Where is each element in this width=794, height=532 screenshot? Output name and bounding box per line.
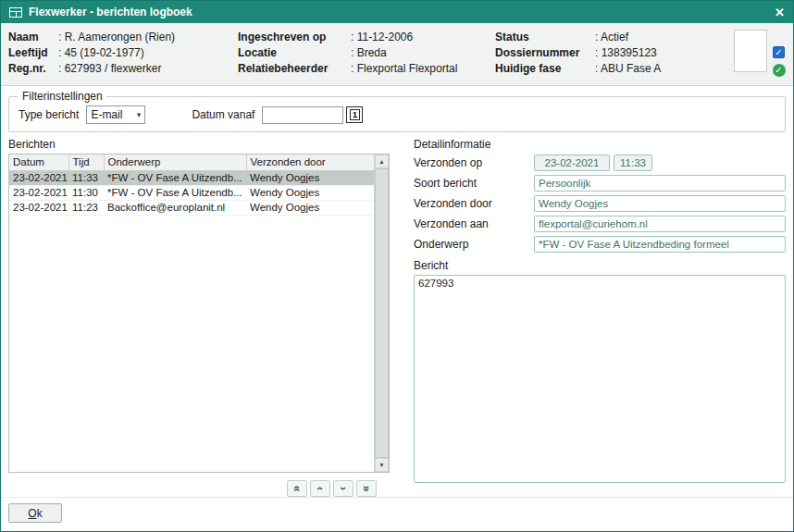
info-row-relatiebeheerder: Relatiebeheerder : Flexportal Flexportal xyxy=(238,61,495,77)
relatiebeheerder-value: : Flexportal Flexportal xyxy=(351,61,457,77)
cell-verzonden-door: Wendy Oogjes xyxy=(246,185,374,200)
chevron-down-icon: › xyxy=(338,487,349,490)
verzonden-op-time-field[interactable] xyxy=(614,155,652,171)
bericht-textarea[interactable]: 627993 xyxy=(414,275,786,483)
cell-datum: 23-02-2021 xyxy=(9,200,68,215)
ok-button[interactable]: Ok xyxy=(8,503,62,523)
filterinstellingen-legend: Filterinstellingen xyxy=(19,90,106,103)
detail-row-verzonden-op: Verzonden op xyxy=(414,154,786,171)
checked-checkbox-icon[interactable]: ✓ xyxy=(773,46,785,58)
dossiernummer-label: Dossiernummer xyxy=(495,45,595,61)
scroll-down-icon[interactable]: ▼ xyxy=(375,458,389,472)
type-bericht-select[interactable]: E-mail ▾ xyxy=(86,105,145,124)
last-record-button[interactable]: » xyxy=(356,480,377,497)
window-title: Flexwerker - berichten logboek xyxy=(29,6,192,19)
berichten-title: Berichten xyxy=(8,138,390,151)
cell-tijd: 11:30 xyxy=(68,185,104,200)
green-check-icon: ✓ xyxy=(773,64,786,77)
info-row-status: Status : Actief xyxy=(495,30,703,45)
ok-button-label: Ok xyxy=(19,507,52,520)
info-row-naam: Naam : R. Aamerongen (Rien) xyxy=(8,30,238,45)
verzonden-door-field[interactable] xyxy=(534,195,786,212)
detailinformatie-title: Detailinformatie xyxy=(414,138,786,151)
status-label: Status xyxy=(495,30,595,45)
first-record-button[interactable]: « xyxy=(287,480,307,497)
column-header-verzonden-door[interactable]: Verzonden door xyxy=(246,155,374,170)
soort-bericht-field[interactable] xyxy=(534,175,786,192)
vertical-scrollbar[interactable]: ▲ ▼ xyxy=(374,155,389,472)
status-icon-column: ✓ ✓ xyxy=(767,30,786,77)
naam-label: Naam xyxy=(8,30,58,45)
onderwerp-field[interactable] xyxy=(534,236,786,253)
detail-row-onderwerp: Onderwerp xyxy=(414,235,786,253)
info-row-regnr: Reg.nr. : 627993 / flexwerker xyxy=(8,61,238,77)
flexwerker-berichten-logboek-dialog: Flexwerker - berichten logboek ✕ Naam : … xyxy=(0,0,794,532)
cell-tijd: 11:23 xyxy=(68,200,104,215)
table-row[interactable]: 23-02-2021 11:30 *FW - OV Fase A Uitzend… xyxy=(9,185,374,200)
relatiebeheerder-label: Relatiebeheerder xyxy=(238,61,351,77)
table-row[interactable]: 23-02-2021 11:23 Backoffice@europlanit.n… xyxy=(9,200,374,215)
dossiernummer-value: : 138395123 xyxy=(595,45,657,61)
verzonden-op-date-field[interactable] xyxy=(534,155,610,171)
ingeschreven-value: : 11-12-2006 xyxy=(351,30,413,45)
column-header-onderwerp[interactable]: Onderwerp xyxy=(104,155,246,170)
bericht-label: Bericht xyxy=(414,259,786,272)
leeftijd-label: Leeftijd xyxy=(8,45,58,61)
record-navigation: « ‹ › » xyxy=(8,473,390,497)
berichten-table: Datum Tijd Onderwerp Verzonden door 23-0… xyxy=(8,154,390,473)
datum-vanaf-label: Datum vanaf xyxy=(192,108,254,121)
close-button[interactable]: ✕ xyxy=(775,6,785,19)
dialog-footer: Ok xyxy=(1,497,793,531)
cell-verzonden-door: Wendy Oogjes xyxy=(246,200,374,215)
scroll-up-icon[interactable]: ▲ xyxy=(375,155,389,168)
datum-vanaf-input[interactable] xyxy=(262,106,343,124)
cell-datum: 23-02-2021 xyxy=(9,170,68,185)
cell-onderwerp: *FW - OV Fase A Uitzendb... xyxy=(104,185,246,200)
info-row-leeftijd: Leeftijd : 45 (19-02-1977) xyxy=(8,45,238,61)
filterinstellingen-group: Filterinstellingen Type bericht E-mail ▾… xyxy=(8,90,786,132)
info-column-3: Status : Actief Dossiernummer : 13839512… xyxy=(495,30,703,77)
verzonden-aan-label: Verzonden aan xyxy=(414,217,534,230)
scrollbar-track[interactable] xyxy=(375,168,389,458)
locatie-value: : Breda xyxy=(351,45,387,61)
berichten-panel: Berichten Datum Tijd Onderwerp Verzonden… xyxy=(8,135,390,497)
detail-row-verzonden-aan: Verzonden aan xyxy=(414,215,786,232)
soort-bericht-label: Soort bericht xyxy=(414,177,534,190)
filter-row: Type bericht E-mail ▾ Datum vanaf 1 xyxy=(19,105,775,124)
regnr-value: : 627993 / flexwerker xyxy=(58,61,161,77)
detail-fields: Verzonden op Soort bericht Verzonden doo… xyxy=(414,154,786,253)
info-row-dossiernummer: Dossiernummer : 138395123 xyxy=(495,45,703,61)
table-row[interactable]: 23-02-2021 11:33 *FW - OV Fase A Uitzend… xyxy=(9,170,374,185)
chevron-down-icon: ▾ xyxy=(137,110,142,119)
type-bericht-selected-value: E-mail xyxy=(91,108,122,121)
verzonden-aan-field[interactable] xyxy=(534,216,786,232)
cell-onderwerp: *FW - OV Fase A Uitzendb... xyxy=(104,170,246,185)
huidige-fase-label: Huidige fase xyxy=(495,61,595,77)
ingeschreven-label: Ingeschreven op xyxy=(238,30,351,45)
calendar-button[interactable]: 1 xyxy=(346,106,363,123)
column-header-tijd[interactable]: Tijd xyxy=(68,155,104,170)
cell-verzonden-door: Wendy Oogjes xyxy=(246,170,374,185)
scrollbar-thumb[interactable] xyxy=(375,168,389,458)
column-header-datum[interactable]: Datum xyxy=(9,155,68,170)
double-chevron-down-icon: » xyxy=(361,486,372,492)
previous-record-button[interactable]: ‹ xyxy=(310,480,330,497)
next-record-button[interactable]: › xyxy=(333,480,354,497)
chevron-up-icon: ‹ xyxy=(315,487,326,490)
dialog-body: Filterinstellingen Type bericht E-mail ▾… xyxy=(1,86,793,497)
verzonden-op-label: Verzonden op xyxy=(414,156,534,169)
info-column-2: Ingeschreven op : 11-12-2006 Locatie : B… xyxy=(238,30,495,77)
window-icon xyxy=(9,7,22,18)
cell-datum: 23-02-2021 xyxy=(9,185,68,200)
main-area: Berichten Datum Tijd Onderwerp Verzonden… xyxy=(8,135,786,497)
info-row-ingeschreven: Ingeschreven op : 11-12-2006 xyxy=(238,30,495,45)
cell-tijd: 11:33 xyxy=(68,170,104,185)
huidige-fase-value: : ABU Fase A xyxy=(595,61,661,77)
leeftijd-value: : 45 (19-02-1977) xyxy=(58,45,144,61)
regnr-label: Reg.nr. xyxy=(8,61,58,77)
info-row-huidige-fase: Huidige fase : ABU Fase A xyxy=(495,61,703,77)
locatie-label: Locatie xyxy=(238,45,351,61)
titlebar: Flexwerker - berichten logboek ✕ xyxy=(1,1,793,23)
status-value: : Actief xyxy=(595,30,628,45)
verzonden-door-label: Verzonden door xyxy=(414,197,534,210)
